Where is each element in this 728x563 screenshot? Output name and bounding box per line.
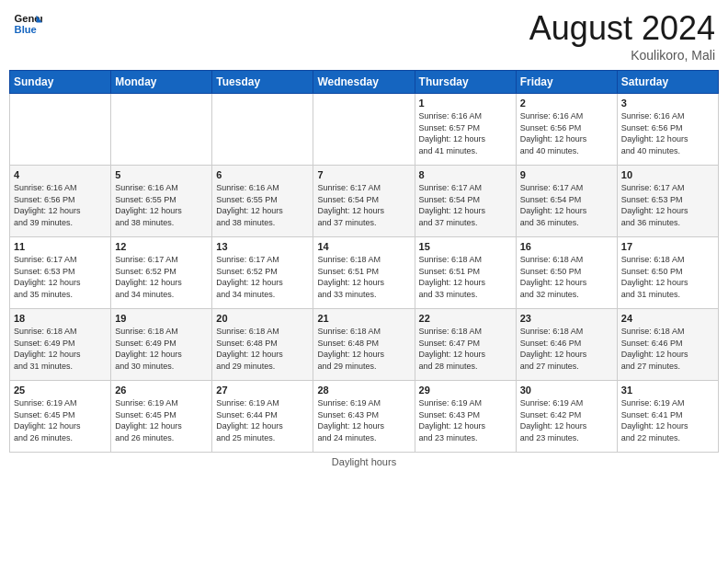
calendar-header: SundayMondayTuesdayWednesdayThursdayFrid… xyxy=(10,71,719,94)
weekday-header: Sunday xyxy=(10,71,111,94)
calendar-cell: 29Sunrise: 6:19 AM Sunset: 6:43 PM Dayli… xyxy=(415,381,516,453)
day-number: 11 xyxy=(14,241,107,252)
calendar-cell: 26Sunrise: 6:19 AM Sunset: 6:45 PM Dayli… xyxy=(111,381,212,453)
weekday-header: Wednesday xyxy=(313,71,415,94)
day-number: 17 xyxy=(621,241,714,252)
day-info: Sunrise: 6:17 AM Sunset: 6:52 PM Dayligh… xyxy=(216,254,309,300)
calendar-cell: 15Sunrise: 6:18 AM Sunset: 6:51 PM Dayli… xyxy=(415,237,516,309)
logo-icon: General Blue xyxy=(13,9,42,39)
day-number: 2 xyxy=(520,98,613,109)
day-number: 24 xyxy=(621,313,714,324)
footer-note: Daylight hours xyxy=(9,456,719,467)
day-number: 26 xyxy=(115,385,208,396)
day-number: 1 xyxy=(419,98,512,109)
day-number: 21 xyxy=(317,313,410,324)
day-info: Sunrise: 6:18 AM Sunset: 6:48 PM Dayligh… xyxy=(317,326,410,372)
day-info: Sunrise: 6:17 AM Sunset: 6:54 PM Dayligh… xyxy=(419,182,512,228)
title-block: August 2024 Koulikoro, Mali xyxy=(529,9,715,63)
weekday-header: Saturday xyxy=(617,71,718,94)
day-number: 28 xyxy=(317,385,410,396)
day-info: Sunrise: 6:17 AM Sunset: 6:54 PM Dayligh… xyxy=(317,182,410,228)
calendar-cell: 8Sunrise: 6:17 AM Sunset: 6:54 PM Daylig… xyxy=(415,166,516,237)
calendar-cell: 11Sunrise: 6:17 AM Sunset: 6:53 PM Dayli… xyxy=(10,237,111,309)
calendar-cell: 18Sunrise: 6:18 AM Sunset: 6:49 PM Dayli… xyxy=(10,309,111,381)
day-info: Sunrise: 6:18 AM Sunset: 6:49 PM Dayligh… xyxy=(115,326,208,372)
location: Koulikoro, Mali xyxy=(529,48,715,63)
day-number: 4 xyxy=(14,169,107,180)
day-info: Sunrise: 6:18 AM Sunset: 6:50 PM Dayligh… xyxy=(520,254,613,300)
day-info: Sunrise: 6:16 AM Sunset: 6:56 PM Dayligh… xyxy=(621,110,714,156)
day-info: Sunrise: 6:16 AM Sunset: 6:57 PM Dayligh… xyxy=(419,110,512,156)
calendar-cell: 6Sunrise: 6:16 AM Sunset: 6:55 PM Daylig… xyxy=(212,166,313,237)
calendar-cell: 14Sunrise: 6:18 AM Sunset: 6:51 PM Dayli… xyxy=(313,237,415,309)
day-number: 8 xyxy=(419,169,512,180)
day-info: Sunrise: 6:18 AM Sunset: 6:46 PM Dayligh… xyxy=(520,326,613,372)
day-info: Sunrise: 6:19 AM Sunset: 6:43 PM Dayligh… xyxy=(317,397,410,443)
day-info: Sunrise: 6:18 AM Sunset: 6:51 PM Dayligh… xyxy=(419,254,512,300)
day-number: 23 xyxy=(520,313,613,324)
day-number: 14 xyxy=(317,241,410,252)
calendar-cell: 24Sunrise: 6:18 AM Sunset: 6:46 PM Dayli… xyxy=(617,309,718,381)
calendar-cell: 12Sunrise: 6:17 AM Sunset: 6:52 PM Dayli… xyxy=(111,237,212,309)
day-number: 19 xyxy=(115,313,208,324)
calendar-cell: 13Sunrise: 6:17 AM Sunset: 6:52 PM Dayli… xyxy=(212,237,313,309)
day-number: 7 xyxy=(317,169,410,180)
day-info: Sunrise: 6:19 AM Sunset: 6:45 PM Dayligh… xyxy=(115,397,208,443)
day-number: 16 xyxy=(520,241,613,252)
day-info: Sunrise: 6:16 AM Sunset: 6:56 PM Dayligh… xyxy=(14,182,107,228)
calendar-cell: 25Sunrise: 6:19 AM Sunset: 6:45 PM Dayli… xyxy=(10,381,111,453)
calendar-week-row: 4Sunrise: 6:16 AM Sunset: 6:56 PM Daylig… xyxy=(10,166,719,237)
calendar-week-row: 11Sunrise: 6:17 AM Sunset: 6:53 PM Dayli… xyxy=(10,237,719,309)
day-number: 18 xyxy=(14,313,107,324)
calendar-cell: 2Sunrise: 6:16 AM Sunset: 6:56 PM Daylig… xyxy=(516,94,617,166)
day-info: Sunrise: 6:19 AM Sunset: 6:42 PM Dayligh… xyxy=(520,397,613,443)
logo: General Blue xyxy=(13,9,42,39)
day-number: 29 xyxy=(419,385,512,396)
calendar-cell xyxy=(10,94,111,166)
day-info: Sunrise: 6:16 AM Sunset: 6:55 PM Dayligh… xyxy=(115,182,208,228)
day-info: Sunrise: 6:17 AM Sunset: 6:54 PM Dayligh… xyxy=(520,182,613,228)
day-info: Sunrise: 6:17 AM Sunset: 6:52 PM Dayligh… xyxy=(115,254,208,300)
weekday-header: Monday xyxy=(111,71,212,94)
day-info: Sunrise: 6:18 AM Sunset: 6:47 PM Dayligh… xyxy=(419,326,512,372)
calendar-cell: 10Sunrise: 6:17 AM Sunset: 6:53 PM Dayli… xyxy=(617,166,718,237)
calendar-cell xyxy=(212,94,313,166)
weekday-header: Tuesday xyxy=(212,71,313,94)
day-number: 25 xyxy=(14,385,107,396)
weekday-header: Friday xyxy=(516,71,617,94)
day-number: 20 xyxy=(216,313,309,324)
day-number: 30 xyxy=(520,385,613,396)
day-info: Sunrise: 6:19 AM Sunset: 6:45 PM Dayligh… xyxy=(14,397,107,443)
calendar-table: SundayMondayTuesdayWednesdayThursdayFrid… xyxy=(9,70,719,453)
svg-text:Blue: Blue xyxy=(15,24,37,35)
day-info: Sunrise: 6:16 AM Sunset: 6:56 PM Dayligh… xyxy=(520,110,613,156)
day-number: 3 xyxy=(621,98,714,109)
calendar-cell: 5Sunrise: 6:16 AM Sunset: 6:55 PM Daylig… xyxy=(111,166,212,237)
page-header: General Blue August 2024 Koulikoro, Mali xyxy=(9,9,719,63)
day-info: Sunrise: 6:18 AM Sunset: 6:51 PM Dayligh… xyxy=(317,254,410,300)
calendar-cell xyxy=(313,94,415,166)
day-info: Sunrise: 6:17 AM Sunset: 6:53 PM Dayligh… xyxy=(14,254,107,300)
day-info: Sunrise: 6:19 AM Sunset: 6:43 PM Dayligh… xyxy=(419,397,512,443)
calendar-cell: 30Sunrise: 6:19 AM Sunset: 6:42 PM Dayli… xyxy=(516,381,617,453)
calendar-cell: 28Sunrise: 6:19 AM Sunset: 6:43 PM Dayli… xyxy=(313,381,415,453)
calendar-cell: 27Sunrise: 6:19 AM Sunset: 6:44 PM Dayli… xyxy=(212,381,313,453)
calendar-cell: 23Sunrise: 6:18 AM Sunset: 6:46 PM Dayli… xyxy=(516,309,617,381)
day-info: Sunrise: 6:19 AM Sunset: 6:41 PM Dayligh… xyxy=(621,397,714,443)
day-number: 31 xyxy=(621,385,714,396)
day-info: Sunrise: 6:18 AM Sunset: 6:50 PM Dayligh… xyxy=(621,254,714,300)
calendar-week-row: 1Sunrise: 6:16 AM Sunset: 6:57 PM Daylig… xyxy=(10,94,719,166)
day-number: 6 xyxy=(216,169,309,180)
calendar-week-row: 25Sunrise: 6:19 AM Sunset: 6:45 PM Dayli… xyxy=(10,381,719,453)
calendar-cell: 20Sunrise: 6:18 AM Sunset: 6:48 PM Dayli… xyxy=(212,309,313,381)
calendar-cell: 21Sunrise: 6:18 AM Sunset: 6:48 PM Dayli… xyxy=(313,309,415,381)
weekday-header: Thursday xyxy=(415,71,516,94)
calendar-cell: 7Sunrise: 6:17 AM Sunset: 6:54 PM Daylig… xyxy=(313,166,415,237)
calendar-cell: 19Sunrise: 6:18 AM Sunset: 6:49 PM Dayli… xyxy=(111,309,212,381)
day-number: 5 xyxy=(115,169,208,180)
day-number: 13 xyxy=(216,241,309,252)
day-number: 10 xyxy=(621,169,714,180)
calendar-cell: 16Sunrise: 6:18 AM Sunset: 6:50 PM Dayli… xyxy=(516,237,617,309)
calendar-week-row: 18Sunrise: 6:18 AM Sunset: 6:49 PM Dayli… xyxy=(10,309,719,381)
month-year: August 2024 xyxy=(529,9,715,48)
